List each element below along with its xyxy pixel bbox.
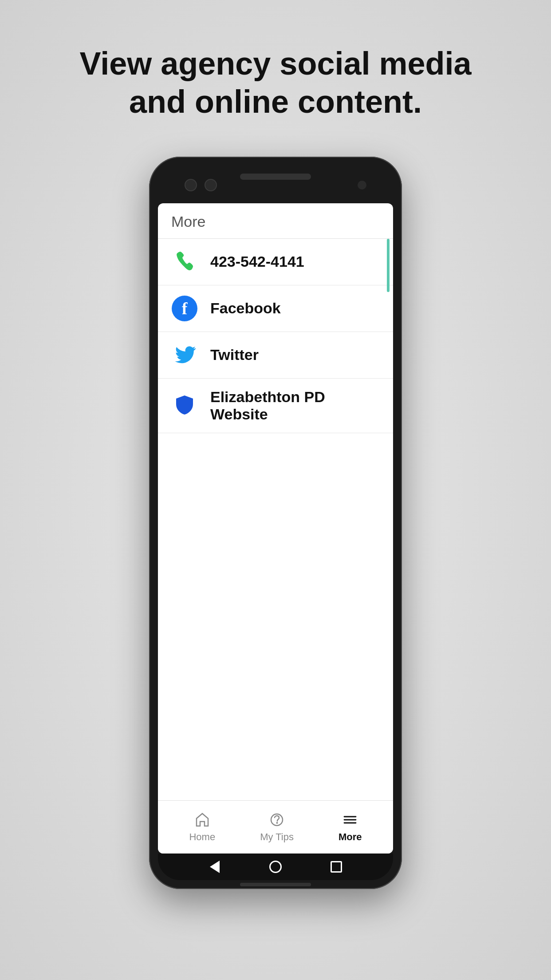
list-item-facebook[interactable]: f Facebook [158,285,393,332]
scroll-indicator [387,239,390,292]
chin-bar [240,883,311,886]
home-button[interactable] [268,860,283,874]
screen-header: More [158,203,393,239]
page-title: View agency social media and online cont… [26,44,524,121]
twitter-icon [171,342,198,368]
nav-item-tips[interactable]: My Tips [251,807,303,846]
phone-icon [171,249,198,275]
nav-home-label: Home [189,831,215,843]
camera-left [185,179,197,191]
nav-more-label: More [338,831,362,843]
list-container: 423-542-4141 f Facebook Twitter [158,239,393,800]
screen-title: More [171,213,205,230]
bottom-nav: Home My Tips More [158,800,393,854]
svg-point-1 [276,822,278,824]
shield-icon [171,392,198,419]
phone-label: 423-542-4141 [210,253,304,270]
list-item-phone[interactable]: 423-542-4141 [158,239,393,285]
phone-frame: More 423-542-4141 f Facebook [149,157,402,889]
nav-item-more[interactable]: More [330,807,371,846]
list-item-twitter[interactable]: Twitter [158,332,393,379]
back-button[interactable] [208,860,222,874]
tips-icon [268,811,286,829]
facebook-icon: f [171,295,198,322]
more-icon [341,811,359,829]
list-item-website[interactable]: Elizabethton PD Website [158,379,393,433]
front-camera [358,181,366,190]
website-label: Elizabethton PD Website [210,388,380,423]
speaker [240,174,311,180]
facebook-label: Facebook [210,300,281,317]
recent-button[interactable] [329,860,343,874]
camera-right [205,179,217,191]
nav-tips-label: My Tips [260,831,294,843]
nav-item-home[interactable]: Home [180,807,224,846]
twitter-label: Twitter [210,346,259,364]
phone-bottom-bar [158,854,393,880]
phone-top-bar [158,166,393,201]
phone-screen: More 423-542-4141 f Facebook [158,203,393,854]
home-icon [193,811,211,829]
